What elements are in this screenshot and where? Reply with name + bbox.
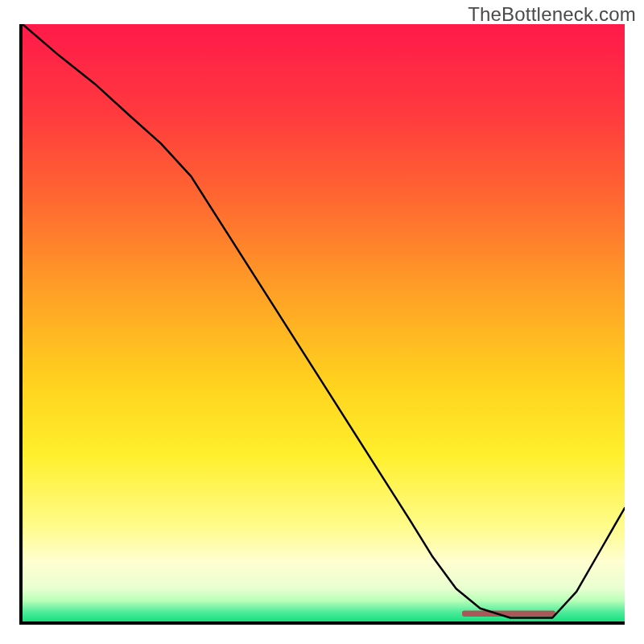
watermark-label: TheBottleneck.com (468, 3, 636, 26)
optimal-indicator-band (462, 611, 555, 617)
gradient-background (23, 24, 625, 621)
chart-canvas: TheBottleneck.com (0, 0, 644, 644)
plot-area (23, 24, 625, 621)
plot-svg (23, 24, 625, 621)
